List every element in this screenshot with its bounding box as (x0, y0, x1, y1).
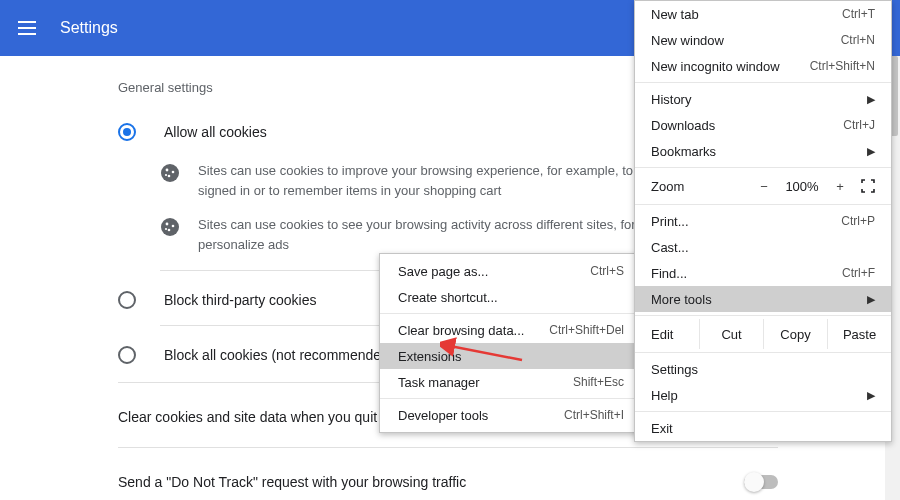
menu-label: Settings (651, 362, 698, 377)
edit-cut-button[interactable]: Cut (699, 319, 763, 349)
submenu-item-extensions[interactable]: Extensions (380, 343, 642, 369)
radio-label: Allow all cookies (164, 124, 267, 140)
menu-label: More tools (651, 292, 712, 307)
divider (118, 447, 778, 448)
submenu-arrow-icon: ▶ (859, 145, 875, 158)
radio-label: Block all cookies (not recommended) (164, 347, 394, 363)
separator (635, 315, 891, 316)
page-title: Settings (60, 19, 118, 37)
menu-label: New window (651, 33, 724, 48)
menu-label: Zoom (651, 179, 747, 194)
svg-point-8 (168, 229, 171, 232)
separator (380, 313, 642, 314)
menu-item-find[interactable]: Find... Ctrl+F (635, 260, 891, 286)
menu-label: Bookmarks (651, 144, 716, 159)
menu-item-edit: Edit Cut Copy Paste (635, 319, 891, 349)
zoom-out-button[interactable]: − (751, 179, 777, 194)
submenu-shortcut: Shift+Esc (573, 375, 624, 389)
svg-point-3 (168, 175, 171, 178)
menu-icon[interactable] (18, 21, 36, 35)
svg-point-6 (166, 223, 169, 226)
submenu-label: Extensions (398, 349, 462, 364)
menu-item-exit[interactable]: Exit (635, 415, 891, 441)
menu-shortcut: Ctrl+T (842, 7, 875, 21)
edit-paste-button[interactable]: Paste (827, 319, 891, 349)
separator (635, 82, 891, 83)
submenu-more-tools: Save page as... Ctrl+S Create shortcut..… (379, 253, 643, 433)
svg-point-2 (172, 171, 175, 174)
menu-item-new-window[interactable]: New window Ctrl+N (635, 27, 891, 53)
submenu-arrow-icon: ▶ (859, 389, 875, 402)
zoom-value: 100% (781, 179, 823, 194)
zoom-in-button[interactable]: + (827, 179, 853, 194)
menu-label: Cast... (651, 240, 689, 255)
submenu-item-dev-tools[interactable]: Developer tools Ctrl+Shift+I (380, 402, 642, 428)
menu-item-settings[interactable]: Settings (635, 356, 891, 382)
menu-label: New tab (651, 7, 699, 22)
menu-item-new-tab[interactable]: New tab Ctrl+T (635, 1, 891, 27)
toggle-do-not-track[interactable]: Send a "Do Not Track" request with your … (118, 460, 778, 500)
submenu-item-save-page[interactable]: Save page as... Ctrl+S (380, 258, 642, 284)
menu-label: Print... (651, 214, 689, 229)
separator (380, 398, 642, 399)
submenu-shortcut: Ctrl+Shift+Del (549, 323, 624, 337)
menu-shortcut: Ctrl+F (842, 266, 875, 280)
menu-label: Help (651, 388, 678, 403)
submenu-label: Create shortcut... (398, 290, 498, 305)
menu-label: New incognito window (651, 59, 780, 74)
menu-label: Downloads (651, 118, 715, 133)
menu-item-downloads[interactable]: Downloads Ctrl+J (635, 112, 891, 138)
radio-label: Block third-party cookies (164, 292, 317, 308)
menu-item-new-incognito[interactable]: New incognito window Ctrl+Shift+N (635, 53, 891, 79)
menu-shortcut: Ctrl+Shift+N (810, 59, 875, 73)
svg-point-4 (165, 174, 167, 176)
menu-item-history[interactable]: History ▶ (635, 86, 891, 112)
menu-label: History (651, 92, 691, 107)
submenu-item-create-shortcut[interactable]: Create shortcut... (380, 284, 642, 310)
separator (635, 167, 891, 168)
submenu-shortcut: Ctrl+S (590, 264, 624, 278)
menu-label: Exit (651, 421, 673, 436)
menu-item-help[interactable]: Help ▶ (635, 382, 891, 408)
separator (635, 411, 891, 412)
separator (635, 204, 891, 205)
svg-point-0 (161, 164, 179, 182)
radio-icon[interactable] (118, 346, 136, 364)
submenu-item-task-manager[interactable]: Task manager Shift+Esc (380, 369, 642, 395)
menu-item-zoom: Zoom − 100% + (635, 171, 891, 201)
menu-item-print[interactable]: Print... Ctrl+P (635, 208, 891, 234)
radio-icon[interactable] (118, 123, 136, 141)
fullscreen-icon[interactable] (857, 179, 879, 193)
cookie-icon (160, 163, 180, 183)
svg-point-1 (166, 169, 169, 172)
submenu-arrow-icon: ▶ (859, 93, 875, 106)
svg-point-7 (172, 225, 175, 228)
radio-icon[interactable] (118, 291, 136, 309)
submenu-label: Clear browsing data... (398, 323, 524, 338)
switch[interactable] (744, 475, 778, 489)
submenu-item-clear-data[interactable]: Clear browsing data... Ctrl+Shift+Del (380, 317, 642, 343)
menu-label: Find... (651, 266, 687, 281)
menu-shortcut: Ctrl+P (841, 214, 875, 228)
submenu-label: Save page as... (398, 264, 488, 279)
submenu-shortcut: Ctrl+Shift+I (564, 408, 624, 422)
menu-item-more-tools[interactable]: More tools ▶ (635, 286, 891, 312)
chrome-menu: New tab Ctrl+T New window Ctrl+N New inc… (634, 0, 892, 442)
cookie-icon (160, 217, 180, 237)
edit-copy-button[interactable]: Copy (763, 319, 827, 349)
menu-shortcut: Ctrl+N (841, 33, 875, 47)
toggle-label: Send a "Do Not Track" request with your … (118, 474, 466, 490)
svg-point-5 (161, 218, 179, 236)
submenu-arrow-icon: ▶ (859, 293, 875, 306)
menu-label: Edit (651, 327, 699, 342)
svg-point-9 (165, 228, 167, 230)
menu-item-bookmarks[interactable]: Bookmarks ▶ (635, 138, 891, 164)
menu-item-cast[interactable]: Cast... (635, 234, 891, 260)
menu-shortcut: Ctrl+J (843, 118, 875, 132)
separator (635, 352, 891, 353)
submenu-label: Developer tools (398, 408, 488, 423)
submenu-label: Task manager (398, 375, 480, 390)
